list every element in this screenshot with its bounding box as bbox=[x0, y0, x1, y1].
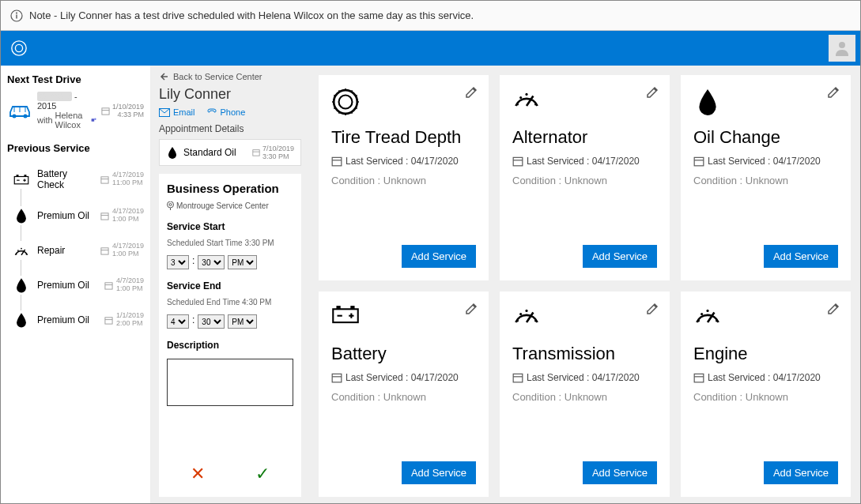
cancel-button[interactable]: ✕ bbox=[191, 464, 205, 484]
prev-service-item[interactable]: Premium Oil 4/17/20191:00 PM bbox=[12, 198, 144, 233]
add-service-button[interactable]: Add Service bbox=[583, 461, 657, 484]
condition: Condition : Unknown bbox=[331, 175, 476, 186]
edit-button[interactable] bbox=[646, 303, 659, 315]
svg-rect-66 bbox=[336, 306, 340, 309]
card-title: Transmission bbox=[512, 344, 657, 364]
end-time-picker: 4: 30 PM bbox=[167, 314, 293, 329]
svg-rect-16 bbox=[17, 175, 19, 176]
app-header bbox=[1, 31, 860, 66]
svg-rect-54 bbox=[332, 157, 342, 166]
svg-point-76 bbox=[525, 310, 527, 312]
svg-line-52 bbox=[351, 90, 352, 92]
phone-icon bbox=[206, 108, 217, 117]
end-min-select[interactable]: 30 bbox=[198, 314, 225, 329]
svg-rect-32 bbox=[105, 282, 112, 288]
confirm-button[interactable]: ✓ bbox=[255, 464, 270, 484]
gauge-icon bbox=[693, 304, 838, 334]
service-card: Alternator Last Serviced : 04/17/2020 Co… bbox=[500, 75, 670, 280]
prev-service-item[interactable]: Battery Check 4/17/201911:00 PM bbox=[12, 160, 144, 198]
service-end-scheduled: Scheduled End Time 4:30 PM bbox=[167, 298, 293, 307]
last-serviced: Last Serviced : 04/17/2020 bbox=[693, 156, 838, 167]
email-link[interactable]: Email bbox=[159, 107, 195, 117]
add-service-button[interactable]: Add Service bbox=[402, 461, 476, 484]
edit-button[interactable] bbox=[827, 86, 840, 99]
edit-button[interactable] bbox=[465, 303, 478, 315]
appointment-details-label: Appointment Details bbox=[159, 123, 301, 134]
svg-point-5 bbox=[839, 42, 845, 48]
start-min-select[interactable]: 30 bbox=[198, 255, 225, 269]
end-hour-select[interactable]: 4 bbox=[167, 314, 189, 329]
oil-icon bbox=[12, 310, 31, 329]
last-serviced: Last Serviced : 04/17/2020 bbox=[512, 372, 657, 383]
svg-line-47 bbox=[334, 107, 335, 108]
svg-rect-2 bbox=[16, 14, 17, 18]
app-logo[interactable] bbox=[9, 38, 29, 58]
svg-point-1 bbox=[16, 12, 17, 13]
prev-service-label: Battery Check bbox=[37, 168, 94, 190]
start-hour-select[interactable]: 3 bbox=[167, 255, 189, 269]
service-card: Oil Change Last Serviced : 04/17/2020 Co… bbox=[681, 75, 851, 280]
prev-service-date: 1/1/20192:00 PM bbox=[104, 312, 144, 328]
service-start-label: Service Start bbox=[167, 221, 293, 232]
start-ampm-select[interactable]: PM bbox=[228, 255, 257, 269]
add-service-button[interactable]: Add Service bbox=[583, 245, 657, 268]
condition: Condition : Unknown bbox=[693, 391, 838, 403]
svg-point-29 bbox=[26, 254, 28, 255]
service-start-scheduled: Scheduled Start Time 3:30 PM bbox=[167, 239, 293, 247]
add-service-button[interactable]: Add Service bbox=[764, 461, 838, 484]
prev-service-date: 4/17/201911:00 PM bbox=[100, 171, 144, 187]
add-service-button[interactable]: Add Service bbox=[764, 245, 838, 268]
prev-service-date: 4/17/20191:00 PM bbox=[100, 208, 144, 224]
svg-point-28 bbox=[21, 248, 22, 250]
phone-link[interactable]: Phone bbox=[206, 107, 246, 117]
card-title: Tire Tread Depth bbox=[331, 127, 476, 148]
prev-service-label: Premium Oil bbox=[37, 280, 98, 291]
prev-service-item[interactable]: Premium Oil 1/1/20192:00 PM bbox=[12, 303, 144, 337]
gauge-icon bbox=[12, 241, 31, 260]
add-service-button[interactable]: Add Service bbox=[402, 245, 476, 268]
info-icon bbox=[10, 9, 23, 22]
svg-point-41 bbox=[339, 96, 353, 109]
svg-rect-61 bbox=[513, 157, 523, 166]
sidebar: Next Test Drive XXXXXX - 2015 with Helen… bbox=[1, 66, 151, 503]
edit-button[interactable] bbox=[827, 303, 840, 315]
svg-rect-67 bbox=[350, 306, 354, 309]
svg-point-12 bbox=[94, 118, 96, 120]
appt-date: 7/10/20193:30 PM bbox=[252, 145, 294, 160]
svg-point-59 bbox=[525, 93, 527, 96]
location: Montrouge Service Center bbox=[167, 201, 293, 210]
svg-rect-34 bbox=[105, 317, 112, 323]
prev-service-label: Repair bbox=[37, 245, 94, 256]
gauge-icon bbox=[512, 88, 657, 118]
svg-rect-37 bbox=[253, 150, 259, 156]
svg-point-40 bbox=[334, 90, 357, 114]
calendar-icon bbox=[252, 149, 260, 156]
next-test-drive-item[interactable]: XXXXXX - 2015 with Helena Wilcox 1/10/20… bbox=[7, 92, 144, 130]
pin-icon bbox=[167, 201, 174, 210]
edit-button[interactable] bbox=[646, 86, 659, 99]
svg-point-39 bbox=[169, 204, 172, 206]
battery-icon bbox=[12, 170, 31, 189]
back-link[interactable]: Back to Service Center bbox=[159, 72, 301, 81]
svg-rect-63 bbox=[694, 157, 704, 166]
prev-service-item[interactable]: Premium Oil 4/7/20191:00 PM bbox=[12, 268, 144, 303]
teams-icon bbox=[91, 115, 96, 125]
edit-button[interactable] bbox=[465, 86, 478, 99]
condition: Condition : Unknown bbox=[331, 391, 476, 403]
svg-point-3 bbox=[12, 41, 26, 55]
back-arrow-icon bbox=[159, 72, 168, 81]
svg-rect-71 bbox=[332, 374, 342, 382]
customer-name: Lily Conner bbox=[159, 86, 301, 103]
svg-point-7 bbox=[24, 115, 28, 118]
description-input[interactable] bbox=[167, 359, 293, 406]
svg-rect-23 bbox=[101, 213, 108, 219]
next-date: 1/10/20194:33 PM bbox=[101, 103, 144, 118]
last-serviced: Last Serviced : 04/17/2020 bbox=[693, 372, 838, 383]
svg-line-50 bbox=[339, 90, 340, 92]
svg-line-49 bbox=[334, 96, 335, 96]
end-ampm-select[interactable]: PM bbox=[228, 314, 257, 329]
user-avatar[interactable] bbox=[829, 35, 855, 62]
svg-line-53 bbox=[356, 96, 357, 96]
appointment-card[interactable]: Standard Oil 7/10/20193:30 PM bbox=[159, 139, 301, 166]
prev-service-item[interactable]: Repair 4/17/20191:00 PM bbox=[12, 233, 144, 268]
